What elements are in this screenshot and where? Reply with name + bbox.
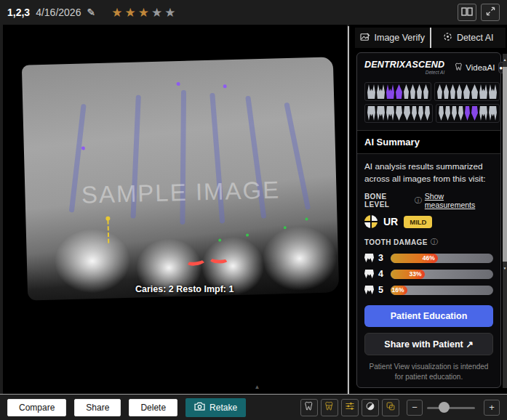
tooth-annotations-button[interactable] bbox=[321, 399, 338, 416]
tab-image-verify[interactable]: Image Verify bbox=[355, 28, 430, 48]
delete-button[interactable]: Delete bbox=[129, 399, 177, 416]
tooth-upper-8[interactable] bbox=[423, 84, 428, 99]
tooth-lower-15[interactable] bbox=[479, 106, 487, 121]
caries-overlay bbox=[209, 253, 230, 264]
tooth-lower-13-highlighted[interactable] bbox=[465, 106, 470, 121]
layout-layers-icon bbox=[386, 401, 396, 413]
tooth-lower-8[interactable] bbox=[425, 106, 430, 121]
scrollbar-thumb[interactable] bbox=[503, 67, 507, 262]
tooth-number: 4 bbox=[378, 269, 386, 279]
layout-layers-button[interactable] bbox=[382, 399, 399, 416]
tooth-lower-10[interactable] bbox=[445, 106, 450, 121]
xray-image[interactable]: SAMPLE IMAGE bbox=[22, 57, 339, 300]
tooth-icon bbox=[364, 270, 374, 278]
image-adjustments-icon bbox=[345, 401, 355, 413]
bone-level-row: BONE LEVEL ⓘ Show measurements bbox=[364, 192, 493, 209]
brand-primary: DENTRIX bbox=[364, 60, 405, 70]
patient-education-button[interactable]: Patient Education bbox=[364, 305, 493, 327]
ai-summary-header: AI Summary bbox=[357, 130, 500, 154]
star-1[interactable]: ★ bbox=[111, 6, 124, 20]
bone-level-marker bbox=[284, 226, 287, 229]
tooth-upper-10[interactable] bbox=[444, 84, 449, 99]
tooth-upper-2[interactable] bbox=[377, 84, 385, 99]
tab-detect-ai[interactable]: Detect AI bbox=[430, 28, 506, 48]
tooth-damage-row: 516% bbox=[364, 285, 493, 295]
star-4[interactable]: ★ bbox=[151, 6, 164, 20]
damage-percent-label: 16% bbox=[392, 286, 407, 294]
tooth-lower-1[interactable] bbox=[367, 106, 375, 121]
info-icon[interactable]: ⓘ bbox=[415, 195, 422, 206]
tooth-annotations-icon bbox=[324, 401, 335, 413]
tooth-number: 3 bbox=[378, 253, 386, 263]
tooth-outline-icon bbox=[304, 401, 314, 413]
tooth-chart-quadrant bbox=[434, 82, 500, 101]
zoom-slider-track[interactable] bbox=[427, 407, 475, 409]
collapse-handle[interactable]: ▲ bbox=[247, 384, 266, 390]
tooth-upper-9[interactable] bbox=[437, 84, 442, 99]
retake-button[interactable]: Retake bbox=[185, 398, 246, 417]
bone-level-marker bbox=[246, 234, 249, 237]
tooth-lower-16[interactable] bbox=[489, 106, 497, 121]
damage-bar-fill: 16% bbox=[391, 286, 407, 295]
tooth-upper-5[interactable] bbox=[404, 84, 409, 99]
tooth-lower-6[interactable] bbox=[412, 106, 417, 121]
scroll-down-icon[interactable]: ▼ bbox=[503, 266, 507, 270]
bottom-toolbar: Compare Share Delete Retake bbox=[0, 394, 507, 420]
tooth-lower-4[interactable] bbox=[396, 106, 402, 121]
tooth-upper-3-highlighted[interactable] bbox=[386, 84, 394, 99]
zoom-slider[interactable] bbox=[427, 400, 475, 416]
edit-icon[interactable]: ✎ bbox=[87, 7, 95, 18]
zoom-out-button[interactable]: − bbox=[407, 400, 423, 416]
compare-button[interactable]: Compare bbox=[7, 399, 66, 416]
show-measurements-link[interactable]: Show measurements bbox=[425, 192, 493, 209]
info-icon[interactable]: ⓘ bbox=[431, 237, 438, 247]
tooth-lower-5[interactable] bbox=[404, 106, 410, 121]
tooth-upper-14[interactable] bbox=[471, 84, 478, 99]
tooth-upper-16[interactable] bbox=[489, 84, 497, 99]
tooth-outline-button[interactable] bbox=[300, 399, 318, 416]
tab-label: Image Verify bbox=[375, 33, 425, 43]
star-5[interactable]: ★ bbox=[164, 6, 177, 20]
detect-ai-icon bbox=[443, 32, 452, 44]
tooth-chart-quadrant bbox=[364, 104, 433, 123]
tooth-lower-3[interactable] bbox=[386, 106, 394, 121]
tooth-lower-12[interactable] bbox=[458, 106, 463, 121]
zoom-slider-handle[interactable] bbox=[439, 402, 450, 413]
tooth-upper-12[interactable] bbox=[457, 84, 462, 99]
tooth-upper-6[interactable] bbox=[410, 84, 415, 99]
tooth-chart-row-lower bbox=[364, 104, 493, 123]
bone-level-label: BONE LEVEL bbox=[364, 193, 412, 209]
damage-bar-track: 46% bbox=[391, 254, 493, 263]
tooth-upper-15[interactable] bbox=[479, 84, 487, 99]
share-button[interactable]: Share bbox=[74, 399, 121, 416]
tooth-lower-2[interactable] bbox=[377, 106, 385, 121]
tooth-lower-14-highlighted[interactable] bbox=[471, 106, 478, 121]
split-view-button[interactable] bbox=[458, 4, 476, 21]
star-3[interactable]: ★ bbox=[138, 6, 151, 20]
tooth-crown-highlight bbox=[54, 228, 131, 294]
tooth-upper-1[interactable] bbox=[367, 84, 375, 99]
tooth-damage-label: TOOTH DAMAGE bbox=[364, 238, 428, 246]
tooth-chart bbox=[364, 82, 493, 123]
share-with-patient-button[interactable]: Share with Patient ↗ bbox=[364, 333, 493, 355]
ai-side-panel: Image Verify Detect AI DENTRIXASCEND Det… bbox=[349, 25, 507, 394]
tooth-lower-9[interactable] bbox=[439, 106, 444, 121]
tooth-upper-4-highlighted[interactable] bbox=[396, 84, 402, 99]
scroll-up-icon[interactable]: ▲ bbox=[503, 57, 507, 62]
tooth-lower-11[interactable] bbox=[452, 106, 457, 121]
tooth-icon bbox=[364, 286, 374, 294]
panel-scrollbar[interactable]: ▲ ▼ bbox=[503, 54, 507, 388]
image-adjustments-button[interactable] bbox=[341, 399, 359, 416]
annotation-marker bbox=[223, 84, 227, 88]
tooth-lower-7[interactable] bbox=[418, 106, 423, 121]
tooth-upper-7[interactable] bbox=[417, 84, 422, 99]
quadrant-icon bbox=[364, 215, 378, 228]
tooth-upper-11[interactable] bbox=[450, 84, 455, 99]
star-2[interactable]: ★ bbox=[124, 6, 137, 20]
tooth-upper-13[interactable] bbox=[463, 84, 470, 99]
zoom-in-button[interactable]: + bbox=[484, 400, 500, 416]
detect-ai-panel: DENTRIXASCEND Detect AI VideaAI ●●● AI S… bbox=[356, 52, 501, 388]
contrast-button[interactable] bbox=[362, 399, 379, 416]
annotation-marker bbox=[81, 146, 85, 150]
fullscreen-button[interactable] bbox=[481, 4, 500, 21]
